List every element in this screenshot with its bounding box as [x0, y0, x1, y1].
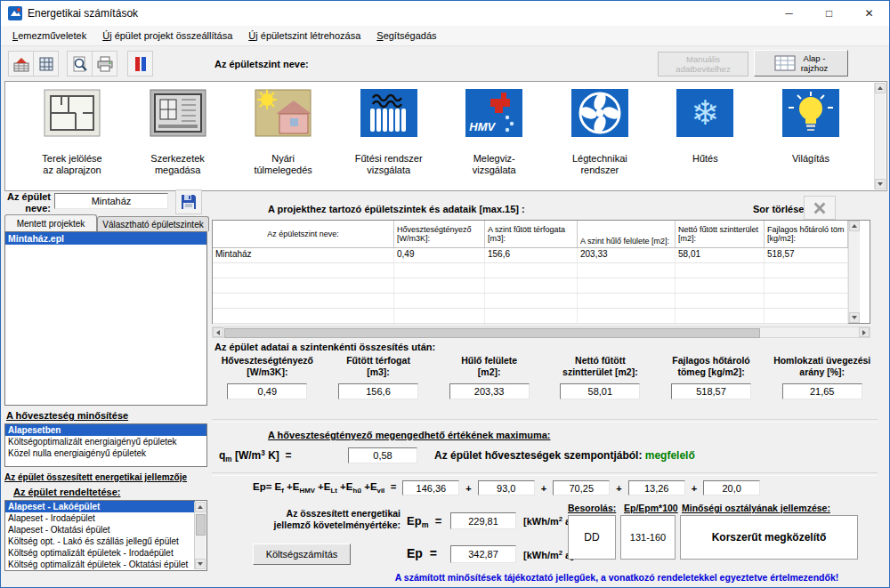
list-item-purpose[interactable]: Költség optimalizált épületek - Irodaépü… — [5, 547, 195, 559]
icon-panel-scrollbar[interactable] — [874, 83, 886, 189]
column-header[interactable]: A szint hűlő felülete [m2]: — [578, 221, 676, 247]
scroll-down-icon[interactable] — [195, 559, 206, 569]
window-controls: ─ □ ✕ — [769, 1, 889, 26]
maximize-button[interactable]: □ — [809, 1, 849, 26]
cell-heated-volume: 156,6 — [485, 248, 578, 262]
structures-icon — [150, 89, 206, 137]
scroll-up-icon[interactable] — [849, 221, 860, 231]
ep-term-value: 13,26 — [628, 480, 685, 495]
table-row-empty[interactable] — [213, 278, 848, 294]
table-row-empty[interactable] — [213, 263, 848, 278]
summary-title: Az épület adatai a szintenkénti összesít… — [214, 342, 435, 352]
manual-entry-button[interactable]: Manuális adatbevitelhez — [658, 52, 748, 77]
menu-lemezmuveletek[interactable]: Lemezműveletek — [4, 28, 94, 44]
summary-field: Nettó fűtött szintterület [m2]: 58,01 — [545, 355, 656, 399]
snowflake-icon: ❄ — [676, 89, 733, 137]
column-header[interactable]: Nettó fűtött szintterület [m2]: — [676, 221, 765, 247]
delete-row-button[interactable] — [804, 196, 836, 220]
column-header[interactable]: A szint fűtött térfogata [m3]: — [485, 221, 578, 247]
purpose-list-scrollbar[interactable] — [194, 502, 206, 569]
tab-saved-projects[interactable]: Mentett projektek — [4, 214, 97, 231]
ep-term-value: 146,36 — [402, 480, 459, 495]
list-item-option[interactable]: Alapesetben — [5, 424, 206, 436]
temperature-scale-icon[interactable] — [127, 51, 153, 77]
summary-label: Fajlagos hőtároló tömeg [kg/m2]: — [672, 355, 750, 377]
new-project-icon[interactable] — [8, 51, 34, 77]
menu-segitsegadas[interactable]: Segítségadás — [368, 28, 444, 44]
table-row-empty[interactable] — [213, 294, 848, 309]
hot-water-tap-icon: HMV — [465, 89, 522, 137]
summary-field: Hőveszteségtényező [W/m3K]: 0,49 — [212, 355, 323, 399]
menubar: Lemezműveletek Új épület projekt összeál… — [1, 26, 889, 46]
summary-fields: Hőveszteségtényező [W/m3K]: 0,49 Fűtött … — [212, 355, 878, 399]
building-purpose-heading: Az épület rendeltetése: — [13, 487, 120, 497]
cooling-button[interactable]: ❄ Hűtés — [661, 89, 748, 175]
fan-icon — [571, 89, 628, 137]
column-header[interactable]: Fajlagos hőtároló töm [kg/m2]: — [765, 221, 848, 247]
footer-note: A számított minősítések tájékoztató jell… — [350, 572, 884, 583]
summary-value: 203,33 — [449, 383, 530, 399]
scroll-thumb[interactable] — [224, 328, 760, 338]
summary-label: Nettó fűtött szintterület [m2]: — [562, 355, 638, 377]
classification-value: DD — [568, 515, 616, 560]
tab-selectable-levels[interactable]: Választható épületszintek — [97, 216, 209, 231]
big-button-label: Légtechnikai rendszer — [572, 153, 627, 175]
list-item-purpose[interactable]: Alapeset - Oktatási épület — [5, 524, 195, 536]
window-title: Energetikai számítások — [28, 7, 138, 20]
list-item-option[interactable]: Közel nulla energiaigényű épületek — [5, 447, 206, 459]
minimize-button[interactable]: ─ — [769, 1, 809, 26]
scroll-right-icon[interactable] — [859, 327, 870, 337]
column-header[interactable]: Az épületszint neve: — [213, 221, 394, 247]
rooms-on-plan-button[interactable]: Terek jelölése az alaprajzon — [28, 89, 116, 175]
save-project-button[interactable] — [175, 189, 202, 214]
snowflake-glyph: ❄ — [676, 89, 733, 137]
scroll-thumb[interactable] — [196, 514, 206, 536]
list-item-purpose[interactable]: Költség optimalizált épületek - Oktatási… — [5, 559, 195, 570]
epm-unit: [kWh/m2 a] — [523, 515, 574, 527]
summary-field: Hűlő felülete [m2]: 203,33 — [433, 355, 545, 399]
list-item-purpose[interactable]: Költség opt. - Lakó és szállás jellegű é… — [5, 536, 195, 547]
plus-sign: + — [465, 483, 471, 494]
scroll-left-icon[interactable] — [213, 327, 223, 337]
floor-plan-button-label: Alap - rajzhoz — [801, 53, 829, 73]
list-item-purpose[interactable]: Alapeset - Lakóépület — [5, 501, 195, 512]
structures-button[interactable]: Szerkezetek megadása — [134, 89, 222, 175]
open-project-icon[interactable] — [33, 51, 59, 77]
table-row[interactable]: Mintaház 0,49 156,6 203,33 58,01 518,57 — [213, 248, 848, 263]
floor-plan-button[interactable]: Alap - rajzhoz — [754, 50, 848, 77]
scroll-up-icon[interactable] — [875, 83, 886, 93]
summary-value: 21,65 — [782, 383, 862, 399]
ep-unit: [kWh/m2 a] — [523, 549, 574, 560]
table-vertical-scrollbar[interactable] — [848, 221, 860, 323]
zoom-preview-icon[interactable] — [67, 51, 93, 77]
table-row-empty[interactable] — [213, 309, 848, 324]
hot-water-button[interactable]: HMV Melegviz- vizsgálata — [450, 89, 538, 175]
levels-table-header: Az épületszint neve: Hőveszteségtényező … — [213, 221, 848, 248]
scroll-down-icon[interactable] — [849, 312, 860, 323]
list-item-option[interactable]: Költségoptimalizált energiaigényű épület… — [5, 436, 206, 447]
heating-system-button[interactable]: Fűtési rendszer vizsgálata — [345, 89, 433, 175]
summer-overheating-button[interactable]: Nyári túlmelegedés — [239, 89, 327, 175]
building-name-input[interactable] — [54, 193, 168, 209]
column-header[interactable]: Hőveszteségtényező [W/m3K]: — [394, 221, 485, 247]
scroll-down-icon[interactable] — [875, 179, 886, 189]
print-icon[interactable] — [92, 51, 117, 77]
menu-uj-epulet-projekt[interactable]: Új épület projekt összeállítása — [94, 28, 240, 44]
scroll-up-icon[interactable] — [195, 502, 206, 512]
ep-term-value: 70,25 — [553, 480, 610, 495]
ventilation-button[interactable]: Légtechnikai rendszer — [556, 89, 643, 175]
heat-loss-options-list: Alapesetben Költségoptimalizált energiai… — [4, 423, 207, 467]
menu-uj-epuletszint[interactable]: Új épületszint létrehozása — [240, 28, 368, 44]
close-button[interactable]: ✕ — [849, 1, 889, 26]
qm-formula: qm [W/m3 K] = — [219, 449, 292, 463]
summary-field: Fűtött térfogat [m3]: 156,6 — [323, 355, 434, 399]
big-button-label: Nyári túlmelegedés — [254, 153, 312, 175]
separator — [212, 472, 878, 476]
list-item-purpose[interactable]: Alapeset - Irodaépület — [5, 512, 195, 524]
table-horizontal-scrollbar[interactable] — [212, 326, 870, 338]
lighting-button[interactable]: Világítás — [767, 89, 854, 175]
ratio-value: 131-160 — [620, 515, 676, 560]
epm-value: 229,81 — [450, 512, 516, 529]
list-item-project[interactable]: Mintaház.epl — [5, 232, 206, 245]
cost-calculation-button[interactable]: Költségszámítás — [253, 544, 351, 565]
